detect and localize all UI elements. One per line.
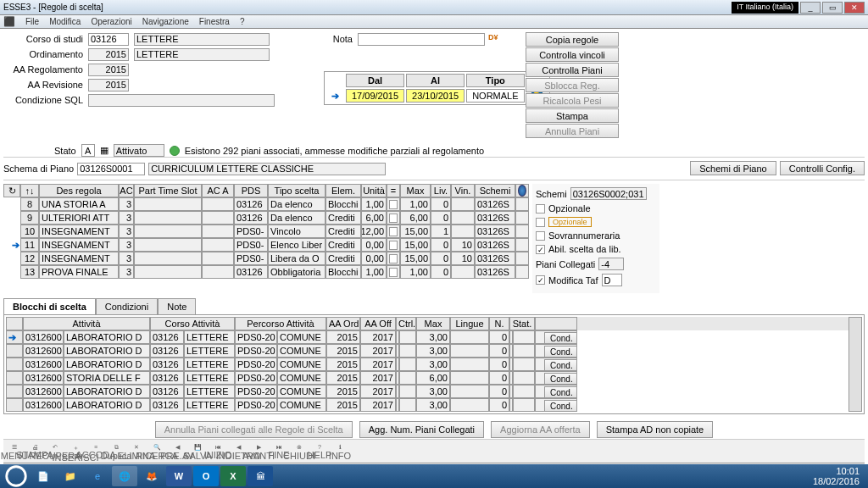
cond-input[interactable] [88,94,275,107]
annulla-piani-regole-button[interactable]: Annulla Piani collegati alle Regole di S… [155,421,353,438]
clock[interactable]: 10:01 18/02/2016 [813,466,865,486]
col-schemi[interactable]: Schemi [475,184,515,197]
block-row[interactable]: 0312600LABORATORIO D03126 LETTEREPDS0-20… [6,398,849,412]
minimize-button[interactable]: _ [800,2,821,14]
col-corso-att[interactable]: Corso Attività [150,317,235,330]
globe-icon[interactable] [515,184,529,197]
modtaf-input[interactable] [602,274,622,286]
tab-blocchi[interactable]: Blocchi di scelta [3,298,96,314]
tool-salva-icon[interactable]: 💾SALVA [190,444,205,459]
task-outlook-icon[interactable]: O [193,466,219,486]
ord-input[interactable] [88,48,129,61]
dal-value[interactable]: 17/09/2015 [346,89,404,103]
stato-code[interactable] [81,144,95,157]
tool-help-icon[interactable]: ?HELP [312,444,327,459]
col-des[interactable]: Des regola [39,184,119,197]
modtaf-checkbox[interactable] [536,275,545,285]
menu-icon[interactable]: ⬛ [3,16,15,27]
rule-row[interactable]: 9 ULTERIORI ATT3 03126Da elencoCrediti 6… [20,211,529,225]
col-tipo[interactable]: Tipo scelta [268,184,326,197]
col-elem[interactable]: Elem. [326,184,361,197]
menu-modifica[interactable]: Modifica [49,17,81,26]
col-aca[interactable]: AC A [202,184,234,197]
rule-row[interactable]: 13 PROVA FINALE3 03126ObbligatoriaBlocch… [20,265,529,279]
menu-help[interactable]: ? [240,17,245,26]
rule-row[interactable]: 12 INSEGNAMENT3 PDS0-Libera da OCrediti … [20,252,529,265]
al-value[interactable]: 23/10/2015 [406,89,465,103]
aareg-input[interactable] [88,64,129,76]
annulla-piani-button[interactable]: Annulla Piani [526,124,619,138]
sort-icon[interactable]: ↑↓ [20,184,39,197]
col-ac[interactable]: AC [119,184,134,197]
rule-row[interactable]: 10 INSEGNAMENT3 PDS0-VincoloCrediti 12,0… [20,225,529,238]
menu-operazioni[interactable]: Operazioni [91,17,131,26]
task-chrome-icon[interactable]: 🌐 [112,466,137,486]
tool-avanti-icon[interactable]: ▶AVANTI [251,444,266,459]
opzionale2-checkbox[interactable] [536,218,545,227]
col-aaord[interactable]: AA Ord [326,317,360,330]
scrollbar[interactable] [849,317,862,412]
col-max[interactable]: Max [400,184,431,197]
cond-button[interactable]: Cond. [544,373,577,385]
maximize-button[interactable]: ▭ [822,2,843,14]
col-perc-att[interactable]: Percorso Attività [235,317,326,330]
block-row[interactable]: 0312600LABORATORIO D03126 LETTEREPDS0-20… [6,344,849,358]
start-button[interactable] [3,466,29,486]
col-pts[interactable]: Part Time Slot [134,184,202,197]
task-app-icon[interactable]: 🏛 [248,466,273,486]
aarev-input[interactable] [88,79,129,92]
col-unita[interactable]: Unità [361,184,387,197]
lookup-icon[interactable]: ▦ [100,145,108,156]
ricalcola-pesi-button[interactable]: Ricalcola Pesi [526,93,619,108]
tab-condizioni[interactable]: Condizioni [96,298,158,314]
refresh-icon[interactable]: ↻ [3,184,20,197]
block-row[interactable]: 0312600LABORATORIO D03126 LETTEREPDS0-20… [6,358,849,371]
nota-input[interactable] [358,33,485,46]
controlli-config-button[interactable]: Controlli Config. [780,161,865,175]
ord-name-input[interactable] [134,48,270,61]
col-liv[interactable]: Liv. [431,184,451,197]
col-eq[interactable]: = [387,184,400,197]
col-pds[interactable]: PDS [234,184,268,197]
opzionale-checkbox[interactable] [536,204,545,214]
tipo-value[interactable]: NORMALE [466,89,524,103]
stampa-ad-button[interactable]: Stampa AD non copiate [597,421,714,438]
col-vin[interactable]: Vin. [451,184,475,197]
task-ie-icon[interactable]: e [85,466,110,486]
tab-note[interactable]: Note [158,298,196,314]
menu-file[interactable]: File [25,17,39,26]
cond-button[interactable]: Cond. [544,346,577,358]
tool-chiudi-icon[interactable]: ⊗CHIUDI [292,444,307,459]
schema-code[interactable] [77,163,145,175]
stampa-button[interactable]: Stampa [526,108,619,123]
rule-row[interactable]: 8 UNA STORIA A3 03126Da elencoBlocchi 1,… [20,197,529,211]
controlla-piani-button[interactable]: Controlla Piani [526,63,619,77]
abil-checkbox[interactable] [536,245,545,254]
agg-num-piani-button[interactable]: Agg. Num. Piani Collegati [359,421,484,438]
schemi-piano-button[interactable]: Schemi di Piano [690,161,776,175]
col-lingue[interactable]: Lingue [450,317,489,330]
tool-info-icon[interactable]: ℹINFO [332,444,348,459]
controlla-vincoli-button[interactable]: Controlla vincoli [526,47,619,62]
col-ctrl[interactable]: Ctrl. [396,317,416,330]
task-explorer-icon[interactable]: 📁 [58,466,83,486]
corso-code-input[interactable] [88,33,129,46]
col-aaoff[interactable]: AA Off [360,317,396,330]
task-excel-icon[interactable]: X [220,466,246,486]
cond-button[interactable]: Cond. [544,359,577,371]
language-badge[interactable]: IT Italiano (Italia) [732,2,798,14]
aggiorna-aa-button[interactable]: Aggiorna AA offerta [491,421,590,438]
task-pdf-icon[interactable]: 📄 [31,466,56,486]
sovrannumeraria-checkbox[interactable] [536,231,545,241]
col-attivita[interactable]: Attività [23,317,150,330]
sblocca-reg-button[interactable]: Sblocca Reg. [526,78,619,92]
rule-row[interactable]: ➔11 INSEGNAMENT3 PDS0-Elenco LiberCredit… [20,238,529,252]
close-button[interactable]: ✕ [844,2,865,14]
task-word-icon[interactable]: W [166,466,192,486]
col-stat[interactable]: Stat. [509,317,535,330]
cond-button[interactable]: Cond. [544,386,577,398]
menu-finestra[interactable]: Finestra [199,17,230,26]
task-firefox-icon[interactable]: 🦊 [139,466,164,486]
block-row[interactable]: 0312600LABORATORIO D03126 LETTEREPDS0-20… [6,385,849,398]
copia-regole-button[interactable]: Copia regole [526,32,619,47]
